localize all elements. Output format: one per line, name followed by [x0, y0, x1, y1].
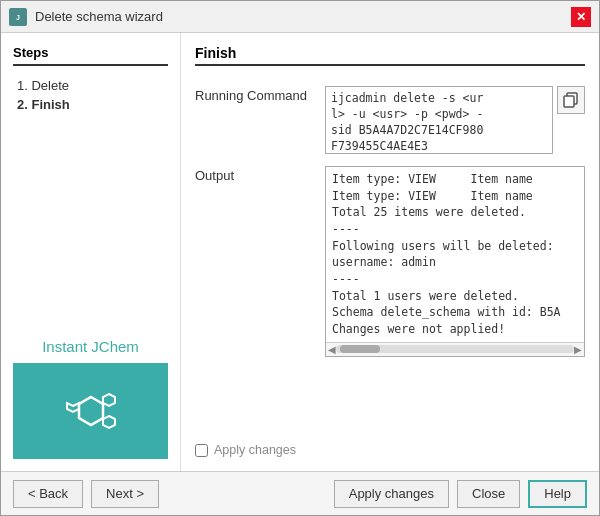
output-wrapper: Item type: VIEW Item name Item type: VIE… — [325, 166, 585, 357]
section-title: Finish — [195, 45, 585, 66]
svg-marker-4 — [103, 416, 115, 428]
scrollbar-track — [336, 345, 574, 353]
right-panel: Finish Running Command Output — [181, 33, 599, 471]
output-textarea[interactable]: Item type: VIEW Item name Item type: VIE… — [326, 167, 584, 342]
close-button[interactable]: Close — [457, 480, 520, 508]
running-command-label: Running Command — [195, 86, 315, 103]
running-command-row: Running Command — [195, 86, 585, 154]
sidebar-step-finish: 2. Finish — [13, 95, 168, 114]
svg-text:J: J — [16, 14, 20, 21]
title-bar: J Delete schema wizard ✕ — [1, 1, 599, 33]
apply-changes-checkbox[interactable] — [195, 444, 208, 457]
close-icon[interactable]: ✕ — [571, 7, 591, 27]
logo-box — [13, 363, 168, 459]
back-button[interactable]: < Back — [13, 480, 83, 508]
app-icon: J — [9, 8, 27, 26]
step-number-2: 2. — [17, 97, 31, 112]
scroll-left-arrow[interactable]: ◀ — [328, 344, 336, 355]
step-label-delete: Delete — [31, 78, 69, 93]
brand-logo-icon — [61, 381, 121, 441]
next-button[interactable]: Next > — [91, 480, 159, 508]
scroll-right-arrow[interactable]: ▶ — [574, 344, 582, 355]
sidebar: Steps 1. Delete 2. Finish Instant JChem — [1, 33, 181, 471]
step-number-1: 1. — [17, 78, 31, 93]
svg-marker-3 — [103, 394, 115, 406]
apply-changes-checkbox-label[interactable]: Apply changes — [214, 443, 296, 457]
apply-changes-checkbox-row: Apply changes — [195, 441, 585, 459]
dialog: J Delete schema wizard ✕ Steps 1. Delete… — [0, 0, 600, 516]
horizontal-scrollbar[interactable]: ◀ ▶ — [326, 342, 584, 356]
brand-name: Instant JChem — [42, 338, 139, 355]
footer: < Back Next > Apply changes Close Help — [1, 471, 599, 515]
scrollbar-thumb — [340, 345, 380, 353]
sidebar-brand: Instant JChem — [13, 338, 168, 459]
running-command-textarea[interactable] — [325, 86, 553, 154]
output-row: Output Item type: VIEW Item name Item ty… — [195, 166, 585, 429]
title-bar-left: J Delete schema wizard — [9, 8, 163, 26]
sidebar-step-delete: 1. Delete — [13, 76, 168, 95]
main-content: Steps 1. Delete 2. Finish Instant JChem — [1, 33, 599, 471]
help-button[interactable]: Help — [528, 480, 587, 508]
copy-button[interactable] — [557, 86, 585, 114]
footer-left: < Back Next > — [13, 480, 159, 508]
copy-icon — [563, 92, 579, 108]
dialog-title: Delete schema wizard — [35, 9, 163, 24]
step-label-finish: Finish — [31, 97, 69, 112]
steps-title: Steps — [13, 45, 168, 66]
svg-marker-5 — [67, 403, 79, 412]
output-label: Output — [195, 166, 315, 183]
svg-rect-7 — [564, 96, 574, 107]
svg-marker-2 — [79, 397, 103, 425]
footer-right: Apply changes Close Help — [334, 480, 587, 508]
apply-changes-button[interactable]: Apply changes — [334, 480, 449, 508]
running-command-wrapper — [325, 86, 585, 154]
